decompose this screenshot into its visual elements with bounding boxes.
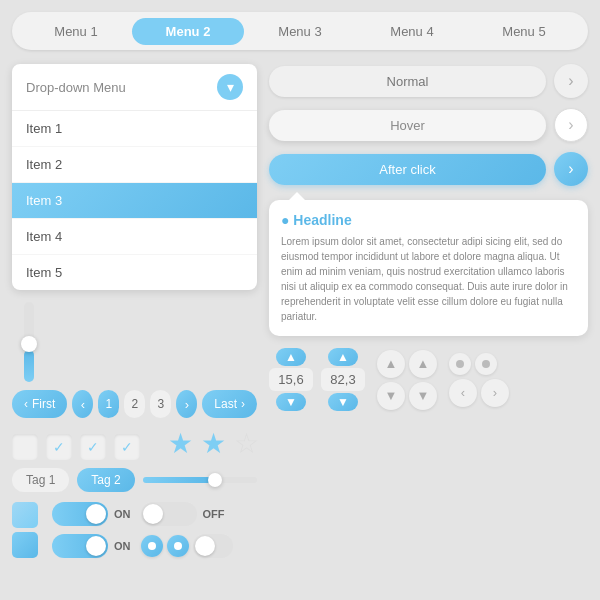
right-panel: Normal › Hover › After click › ● Headlin…: [269, 64, 588, 558]
vertical-slider-thumb[interactable]: [21, 336, 37, 352]
pagination: ‹ First ‹ 1 2 3 › Last ›: [12, 390, 257, 418]
arrow-left[interactable]: ‹: [449, 379, 477, 407]
dropdown-item-5[interactable]: Item 5: [12, 255, 257, 290]
toggle-off2-knob: [195, 536, 215, 556]
toggle-group: ON ON: [52, 502, 131, 558]
stepper-1-up[interactable]: ▲: [276, 348, 306, 366]
nav-item-menu5[interactable]: Menu 5: [468, 18, 580, 45]
pagination-first[interactable]: ‹ First: [12, 390, 67, 418]
stepper-1-down[interactable]: ▼: [276, 393, 306, 411]
hover-btn-row: Hover ›: [269, 108, 588, 142]
star-1[interactable]: ★: [168, 427, 193, 460]
active-btn-row: After click ›: [269, 152, 588, 186]
color-square-2: [12, 532, 38, 558]
nav-item-menu1[interactable]: Menu 1: [20, 18, 132, 45]
left-panel: Drop-down Menu ▾ Item 1 Item 2 Item 3 It…: [12, 64, 257, 558]
arrow-group-bottom: ▼ ▼: [377, 382, 437, 410]
info-card-body: Lorem ipsum dolor sit amet, consectetur …: [281, 234, 576, 324]
page-1[interactable]: 1: [98, 390, 119, 418]
toggle-off2[interactable]: [193, 534, 233, 558]
page-3[interactable]: 3: [150, 390, 171, 418]
toggle-group-off: OFF: [141, 502, 233, 558]
color-squares: [12, 502, 38, 558]
toggle-off-row2: [141, 534, 233, 558]
arrow-down[interactable]: ▼: [377, 382, 405, 410]
slider-fill: [143, 477, 212, 483]
stepper-1: ▲ 15,6 ▼: [269, 348, 313, 411]
nav-bar: Menu 1 Menu 2 Menu 3 Menu 4 Menu 5: [12, 12, 588, 50]
dropdown-container: Drop-down Menu ▾ Item 1 Item 2 Item 3 It…: [12, 64, 257, 290]
toggle-on-label: ON: [114, 508, 131, 520]
dropdown-item-1[interactable]: Item 1: [12, 111, 257, 147]
toggle-off1-label: OFF: [203, 508, 225, 520]
main-area: Drop-down Menu ▾ Item 1 Item 2 Item 3 It…: [12, 64, 588, 558]
nav-item-menu3[interactable]: Menu 3: [244, 18, 356, 45]
info-icon: ●: [281, 212, 289, 228]
checkbox-3[interactable]: ✓: [80, 434, 106, 460]
info-card: ● Headline Lorem ipsum dolor sit amet, c…: [269, 200, 588, 336]
stepper-1-value: 15,6: [269, 368, 313, 391]
dropdown-header[interactable]: Drop-down Menu ▾: [12, 64, 257, 111]
tags-row: Tag 1 Tag 2: [12, 468, 257, 492]
slider-thumb[interactable]: [208, 473, 222, 487]
checkbox-4[interactable]: ✓: [114, 434, 140, 460]
dropdown-placeholder: Drop-down Menu: [26, 80, 126, 95]
active-button[interactable]: After click: [269, 154, 546, 185]
vertical-slider[interactable]: [24, 302, 34, 382]
arrow-down2[interactable]: ▼: [409, 382, 437, 410]
normal-button[interactable]: Normal: [269, 66, 546, 97]
pagination-next[interactable]: ›: [176, 390, 197, 418]
main-container: Menu 1 Menu 2 Menu 3 Menu 4 Menu 5 Drop-…: [0, 0, 600, 600]
last-label: Last: [214, 397, 237, 411]
toggle-on-row: ON: [52, 502, 131, 526]
toggle-on2-knob: [86, 536, 106, 556]
pagination-last[interactable]: Last ›: [202, 390, 257, 418]
stepper-2-up[interactable]: ▲: [328, 348, 358, 366]
radio-bottom-row: ‹ ›: [449, 379, 509, 407]
next-icon-blue[interactable]: ›: [554, 152, 588, 186]
toggle-on[interactable]: [52, 502, 108, 526]
nav-item-menu2[interactable]: Menu 2: [132, 18, 244, 45]
arrow-up[interactable]: ▲: [377, 350, 405, 378]
pagination-prev[interactable]: ‹: [72, 390, 93, 418]
first-label: First: [32, 397, 55, 411]
star-2[interactable]: ★: [201, 427, 226, 460]
radio-filled2[interactable]: [167, 535, 189, 557]
checkbox-group: ✓ ✓ ✓: [12, 434, 140, 460]
radio-top-row: [449, 353, 509, 375]
arrow-right[interactable]: ›: [481, 379, 509, 407]
toggle-on-knob: [86, 504, 106, 524]
toggle-off1[interactable]: [141, 502, 197, 526]
dropdown-item-4[interactable]: Item 4: [12, 219, 257, 255]
hover-button[interactable]: Hover: [269, 110, 546, 141]
page-2[interactable]: 2: [124, 390, 145, 418]
toggle-on2-label: ON: [114, 540, 131, 552]
arrow-group-top: ▲ ▲: [377, 350, 437, 378]
star-3[interactable]: ☆: [234, 427, 259, 460]
stepper-2-value: 82,3: [321, 368, 365, 391]
next-icon-outline[interactable]: ›: [554, 108, 588, 142]
toggle-on2[interactable]: [52, 534, 108, 558]
nav-item-menu4[interactable]: Menu 4: [356, 18, 468, 45]
radio-dot: [148, 542, 156, 550]
next-icon-gray[interactable]: ›: [554, 64, 588, 98]
checkbox-2[interactable]: ✓: [46, 434, 72, 460]
chevron-right-icon: ›: [241, 397, 245, 411]
radio-btn-1[interactable]: [449, 353, 471, 375]
stepper-2-down[interactable]: ▼: [328, 393, 358, 411]
radio-filled[interactable]: [141, 535, 163, 557]
checkbox-1[interactable]: [12, 434, 38, 460]
toggle-off-row1: OFF: [141, 502, 233, 526]
tag-2[interactable]: Tag 2: [77, 468, 134, 492]
arrow-up2[interactable]: ▲: [409, 350, 437, 378]
checks-stars-row: ✓ ✓ ✓ ★ ★ ☆: [12, 426, 257, 460]
slider-track[interactable]: [143, 477, 257, 483]
dropdown-item-3[interactable]: Item 3: [12, 183, 257, 219]
tag-1[interactable]: Tag 1: [12, 468, 69, 492]
chevron-left-icon: ‹: [24, 397, 28, 411]
radio-btn-2[interactable]: [475, 353, 497, 375]
vertical-slider-fill: [24, 350, 34, 382]
dropdown-item-2[interactable]: Item 2: [12, 147, 257, 183]
info-card-headline: ● Headline: [281, 212, 576, 228]
dropdown-arrow-icon[interactable]: ▾: [217, 74, 243, 100]
